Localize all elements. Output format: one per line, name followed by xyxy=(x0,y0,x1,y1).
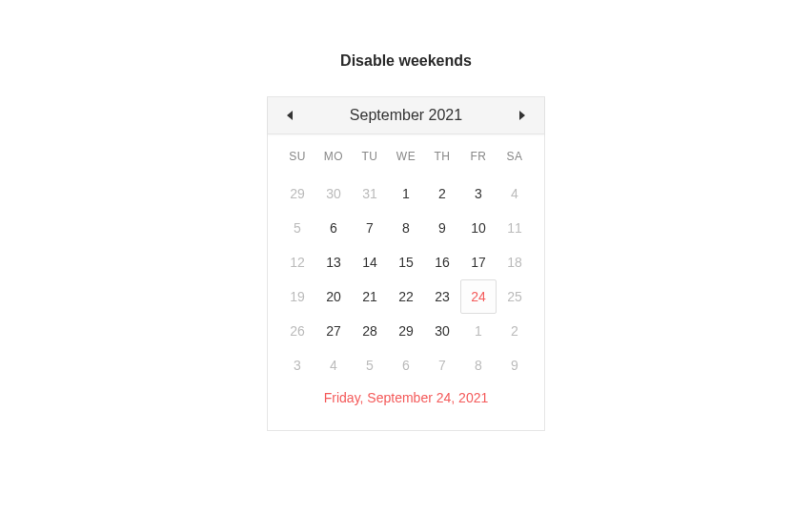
calendar-header: September 2021 xyxy=(268,97,544,134)
weekday-header: SA xyxy=(497,144,533,169)
selected-date-label: Friday, September 24, 2021 xyxy=(279,382,533,419)
day-cell[interactable]: 13 xyxy=(315,245,352,279)
day-cell[interactable]: 24 xyxy=(460,279,497,314)
day-cell[interactable]: 9 xyxy=(424,211,460,245)
day-cell: 3 xyxy=(279,348,315,382)
day-cell[interactable]: 1 xyxy=(388,176,424,211)
day-cell: 2 xyxy=(497,314,533,348)
day-cell[interactable]: 20 xyxy=(315,279,352,314)
day-cell: 19 xyxy=(279,279,315,314)
weekday-header: WE xyxy=(388,144,424,169)
days-grid: 2930311234567891011121314151617181920212… xyxy=(279,176,533,382)
day-cell[interactable]: 17 xyxy=(460,245,497,279)
day-cell[interactable]: 15 xyxy=(388,245,424,279)
calendar-body: SUMOTUWETHFRSA 2930311234567891011121314… xyxy=(268,134,544,430)
day-cell[interactable]: 28 xyxy=(352,314,388,348)
day-cell[interactable]: 8 xyxy=(460,348,497,382)
day-cell[interactable]: 7 xyxy=(424,348,460,382)
page-title: Disable weekends xyxy=(340,52,472,70)
day-cell[interactable]: 21 xyxy=(352,279,388,314)
day-cell[interactable]: 1 xyxy=(460,314,497,348)
day-cell[interactable]: 31 xyxy=(352,176,388,211)
day-cell[interactable]: 29 xyxy=(388,314,424,348)
month-year-label[interactable]: September 2021 xyxy=(350,107,462,124)
day-cell[interactable]: 27 xyxy=(315,314,352,348)
day-cell[interactable]: 10 xyxy=(460,211,497,245)
day-cell[interactable]: 30 xyxy=(424,314,460,348)
calendar-widget: September 2021 SUMOTUWETHFRSA 2930311234… xyxy=(267,96,545,431)
day-cell[interactable]: 5 xyxy=(352,348,388,382)
day-cell: 25 xyxy=(497,279,533,314)
next-month-button[interactable] xyxy=(514,107,531,124)
weekday-header: SU xyxy=(279,144,315,169)
weekday-row: SUMOTUWETHFRSA xyxy=(279,144,533,169)
day-cell[interactable]: 6 xyxy=(315,211,352,245)
day-cell: 18 xyxy=(497,245,533,279)
day-cell: 12 xyxy=(279,245,315,279)
day-cell: 11 xyxy=(497,211,533,245)
day-cell[interactable]: 8 xyxy=(388,211,424,245)
day-cell: 5 xyxy=(279,211,315,245)
day-cell[interactable]: 3 xyxy=(460,176,497,211)
day-cell[interactable]: 30 xyxy=(315,176,352,211)
day-cell[interactable]: 16 xyxy=(424,245,460,279)
day-cell: 29 xyxy=(279,176,315,211)
day-cell[interactable]: 23 xyxy=(424,279,460,314)
day-cell[interactable]: 7 xyxy=(352,211,388,245)
prev-month-button[interactable] xyxy=(281,107,298,124)
weekday-header: MO xyxy=(315,144,352,169)
day-cell[interactable]: 2 xyxy=(424,176,460,211)
chevron-right-icon xyxy=(518,111,526,120)
day-cell[interactable]: 14 xyxy=(352,245,388,279)
weekday-header: TU xyxy=(352,144,388,169)
day-cell[interactable]: 6 xyxy=(388,348,424,382)
day-cell[interactable]: 4 xyxy=(315,348,352,382)
weekday-header: TH xyxy=(424,144,460,169)
day-cell: 9 xyxy=(497,348,533,382)
day-cell[interactable]: 22 xyxy=(388,279,424,314)
day-cell: 4 xyxy=(497,176,533,211)
chevron-left-icon xyxy=(286,111,294,120)
day-cell: 26 xyxy=(279,314,315,348)
weekday-header: FR xyxy=(460,144,497,169)
